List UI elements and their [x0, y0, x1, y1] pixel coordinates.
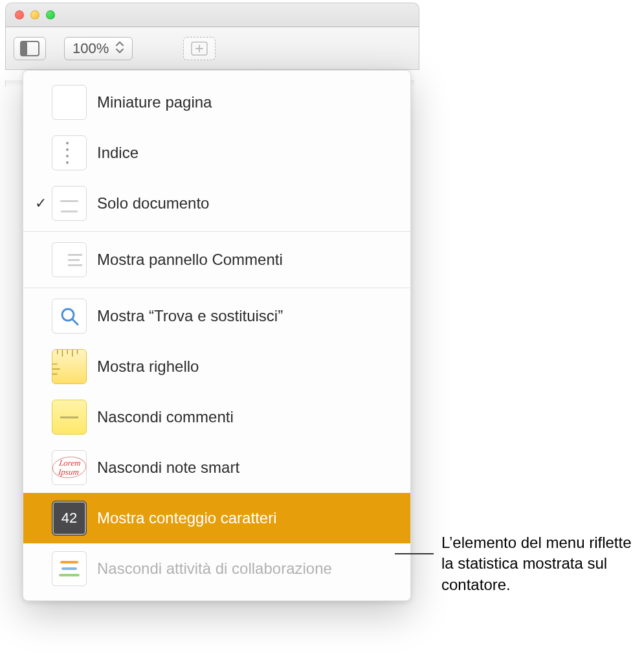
- minimize-window-button[interactable]: [30, 10, 39, 19]
- checkmark-icon: ✓: [32, 195, 49, 212]
- view-menu-button[interactable]: [14, 37, 46, 60]
- menu-separator: [23, 288, 410, 288]
- ruler-icon: [52, 349, 87, 384]
- menu-item-page-thumbnails[interactable]: Miniature pagina: [23, 77, 410, 128]
- zoom-select[interactable]: 100%: [64, 37, 133, 60]
- menu-item-show-ruler[interactable]: Mostra righello: [23, 341, 410, 392]
- sidebar-view-icon: [20, 41, 39, 56]
- toolbar: 100%: [5, 27, 419, 70]
- menu-item-table-of-contents[interactable]: Indice: [23, 128, 410, 178]
- menu-separator: [23, 231, 410, 232]
- menu-item-label: Solo documento: [97, 194, 209, 212]
- menu-item-show-character-count[interactable]: 42 Mostra conteggio caratteri: [23, 493, 410, 543]
- smart-annotations-icon: Lorem Ipsum: [52, 450, 87, 485]
- view-menu: Miniature pagina Indice ✓ Solo documento…: [23, 70, 411, 601]
- callout-leader-line: [395, 553, 434, 554]
- menu-item-label: Mostra “Trova e sostituisci”: [97, 307, 283, 325]
- menu-item-label: Mostra pannello Commenti: [97, 251, 283, 269]
- svg-marker-5: [52, 349, 86, 383]
- add-page-button[interactable]: [183, 37, 216, 60]
- menu-item-label: Mostra righello: [97, 358, 199, 376]
- search-icon: [52, 299, 87, 334]
- close-window-button[interactable]: [15, 10, 24, 19]
- menu-item-label: Nascondi note smart: [97, 459, 239, 477]
- menu-item-label: Miniature pagina: [97, 93, 212, 111]
- document-only-icon: [52, 186, 87, 221]
- menu-item-hide-comments[interactable]: Nascondi commenti: [23, 392, 410, 442]
- page-thumbnails-icon: [52, 85, 87, 120]
- comments-pane-icon: [52, 242, 87, 277]
- menu-item-label: Indice: [97, 144, 139, 162]
- chevron-down-icon: [115, 41, 124, 55]
- menu-item-show-comments-pane[interactable]: Mostra pannello Commenti: [23, 234, 410, 285]
- menu-item-show-find-replace[interactable]: Mostra “Trova e sostituisci”: [23, 291, 410, 341]
- menu-item-label: Mostra conteggio caratteri: [97, 509, 276, 527]
- zoom-value: 100%: [72, 40, 109, 57]
- menu-item-document-only[interactable]: ✓ Solo documento: [23, 178, 410, 229]
- sticky-note-icon: [52, 400, 87, 435]
- window-titlebar: [5, 3, 419, 27]
- collaboration-activity-icon: [52, 551, 87, 586]
- add-page-icon: [191, 41, 208, 56]
- table-of-contents-icon: [52, 135, 87, 170]
- zoom-window-button[interactable]: [46, 10, 55, 19]
- callout-text: L’elemento del menu riflette la statisti…: [441, 532, 636, 595]
- menu-item-hide-collaboration-activity: Nascondi attività di collaborazione: [23, 543, 410, 594]
- svg-rect-1: [21, 41, 27, 56]
- svg-line-4: [72, 319, 78, 324]
- menu-item-label: Nascondi commenti: [97, 408, 234, 426]
- menu-item-hide-smart-annotations[interactable]: Lorem Ipsum Nascondi note smart: [23, 442, 410, 493]
- menu-item-label: Nascondi attività di collaborazione: [97, 560, 332, 578]
- character-count-icon: 42: [52, 501, 87, 536]
